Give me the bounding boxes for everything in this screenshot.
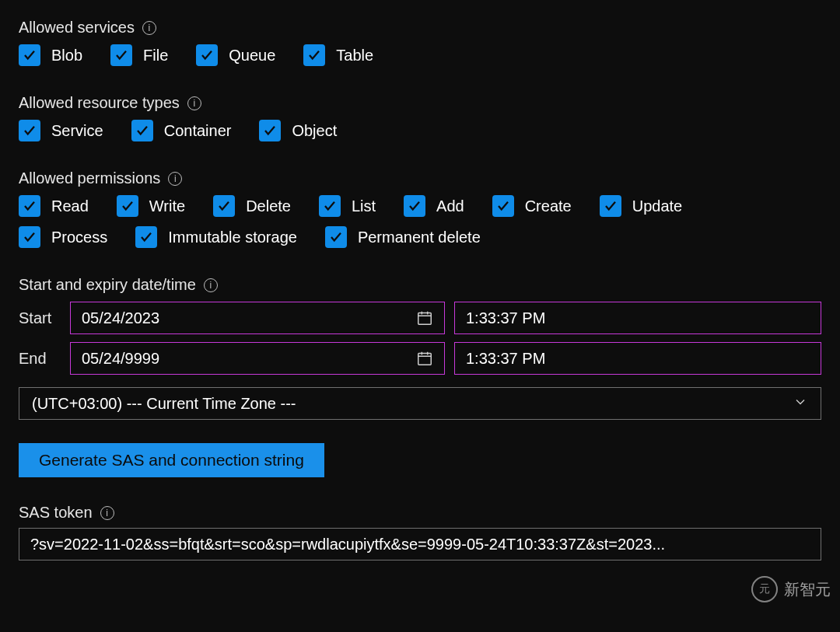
checkbox-label: List — [352, 197, 376, 215]
start-time-value: 1:33:37 PM — [466, 309, 545, 327]
allowed-permissions-row1: Read Write Delete List Add Create Update — [19, 195, 821, 217]
datetime-section-label: Start and expiry date/time i — [19, 276, 821, 294]
end-time-input[interactable]: 1:33:37 PM — [454, 342, 821, 375]
checkbox-box[interactable] — [196, 44, 218, 66]
checkbox-label: Object — [292, 122, 337, 140]
end-date-input[interactable]: 05/24/9999 — [70, 342, 445, 375]
allowed-resource-types-row: Service Container Object — [19, 120, 821, 141]
checkbox-box[interactable] — [259, 120, 281, 141]
checkbox-label: Delete — [246, 197, 291, 215]
sas-token-label-text: SAS token — [19, 504, 93, 522]
checkbox-label: File — [143, 47, 168, 65]
allowed-resource-types-label: Allowed resource types i — [19, 94, 821, 112]
checkbox-box[interactable] — [303, 44, 325, 66]
checkbox-label: Permanent delete — [358, 229, 481, 246]
checkbox-box[interactable] — [131, 120, 153, 141]
svg-rect-0 — [418, 313, 432, 325]
checkbox-label: Add — [436, 197, 464, 215]
checkbox-object[interactable]: Object — [259, 120, 337, 141]
checkbox-label: Process — [51, 229, 107, 246]
watermark-icon: 元 — [751, 576, 778, 602]
checkbox-label: Service — [51, 122, 103, 140]
checkbox-box[interactable] — [19, 226, 40, 248]
checkbox-box[interactable] — [600, 195, 621, 217]
checkbox-table[interactable]: Table — [303, 44, 373, 66]
timezone-value: (UTC+03:00) --- Current Time Zone --- — [32, 395, 296, 413]
sas-token-field[interactable]: ?sv=2022-11-02&ss=bfqt&srt=sco&sp=rwdlac… — [19, 528, 821, 560]
checkbox-label: Create — [525, 197, 572, 215]
allowed-services-label: Allowed services i — [19, 19, 821, 37]
start-row: Start 05/24/2023 1:33:37 PM — [19, 302, 821, 334]
checkbox-blob[interactable]: Blob — [19, 44, 82, 66]
checkbox-box[interactable] — [325, 226, 347, 248]
checkbox-box[interactable] — [19, 195, 40, 217]
checkbox-box[interactable] — [19, 44, 40, 66]
allowed-permissions-label: Allowed permissions i — [19, 169, 821, 187]
info-icon[interactable]: i — [168, 172, 182, 186]
allowed-resource-types-text: Allowed resource types — [19, 94, 180, 112]
checkbox-file[interactable]: File — [110, 44, 168, 66]
checkbox-box[interactable] — [19, 120, 40, 141]
checkbox-box[interactable] — [404, 195, 425, 217]
checkbox-process[interactable]: Process — [19, 226, 107, 248]
start-date-value: 05/24/2023 — [82, 309, 159, 327]
generate-sas-button[interactable]: Generate SAS and connection string — [19, 443, 324, 477]
checkbox-container[interactable]: Container — [131, 120, 232, 141]
checkbox-label: Immutable storage — [168, 229, 297, 246]
calendar-icon[interactable] — [416, 309, 433, 326]
allowed-permissions-row2: Process Immutable storage Permanent dele… — [19, 226, 821, 248]
sas-token-label: SAS token i — [19, 504, 821, 522]
calendar-icon[interactable] — [416, 350, 433, 367]
info-icon[interactable]: i — [187, 96, 201, 110]
checkbox-permanent-delete[interactable]: Permanent delete — [325, 226, 481, 248]
checkbox-immutable-storage[interactable]: Immutable storage — [135, 226, 297, 248]
info-icon[interactable]: i — [204, 278, 218, 292]
checkbox-box[interactable] — [319, 195, 341, 217]
checkbox-label: Write — [149, 197, 185, 215]
end-date-value: 05/24/9999 — [82, 350, 159, 368]
start-date-input[interactable]: 05/24/2023 — [70, 302, 445, 334]
start-time-input[interactable]: 1:33:37 PM — [454, 302, 821, 334]
checkbox-box[interactable] — [492, 195, 514, 217]
end-time-value: 1:33:37 PM — [466, 350, 545, 368]
info-icon[interactable]: i — [100, 506, 114, 520]
allowed-permissions-text: Allowed permissions — [19, 169, 160, 187]
sas-token-value: ?sv=2022-11-02&ss=bfqt&srt=sco&sp=rwdlac… — [30, 536, 665, 553]
allowed-services-text: Allowed services — [19, 19, 135, 37]
checkbox-update[interactable]: Update — [600, 195, 683, 217]
checkbox-label: Table — [336, 47, 373, 65]
info-icon[interactable]: i — [142, 21, 156, 35]
allowed-services-row: Blob File Queue Table — [19, 44, 821, 66]
svg-rect-4 — [418, 354, 432, 365]
checkbox-queue[interactable]: Queue — [196, 44, 275, 66]
checkbox-box[interactable] — [135, 226, 157, 248]
chevron-down-icon — [793, 394, 808, 414]
checkbox-add[interactable]: Add — [404, 195, 464, 217]
end-label: End — [19, 350, 61, 368]
checkbox-box[interactable] — [110, 44, 132, 66]
checkbox-create[interactable]: Create — [492, 195, 572, 217]
checkbox-label: Read — [51, 197, 89, 215]
timezone-select[interactable]: (UTC+03:00) --- Current Time Zone --- — [19, 387, 821, 420]
datetime-label-text: Start and expiry date/time — [19, 276, 196, 294]
checkbox-delete[interactable]: Delete — [213, 195, 291, 217]
checkbox-label: Update — [632, 197, 683, 215]
checkbox-label: Queue — [229, 47, 275, 65]
checkbox-label: Container — [164, 122, 232, 140]
end-row: End 05/24/9999 1:33:37 PM — [19, 342, 821, 375]
checkbox-box[interactable] — [213, 195, 235, 217]
checkbox-write[interactable]: Write — [117, 195, 185, 217]
checkbox-read[interactable]: Read — [19, 195, 89, 217]
start-label: Start — [19, 309, 61, 327]
checkbox-label: Blob — [51, 47, 82, 65]
checkbox-list[interactable]: List — [319, 195, 376, 217]
watermark: 元 新智元 — [751, 576, 831, 602]
watermark-text: 新智元 — [784, 579, 831, 600]
checkbox-service[interactable]: Service — [19, 120, 103, 141]
checkbox-box[interactable] — [117, 195, 138, 217]
